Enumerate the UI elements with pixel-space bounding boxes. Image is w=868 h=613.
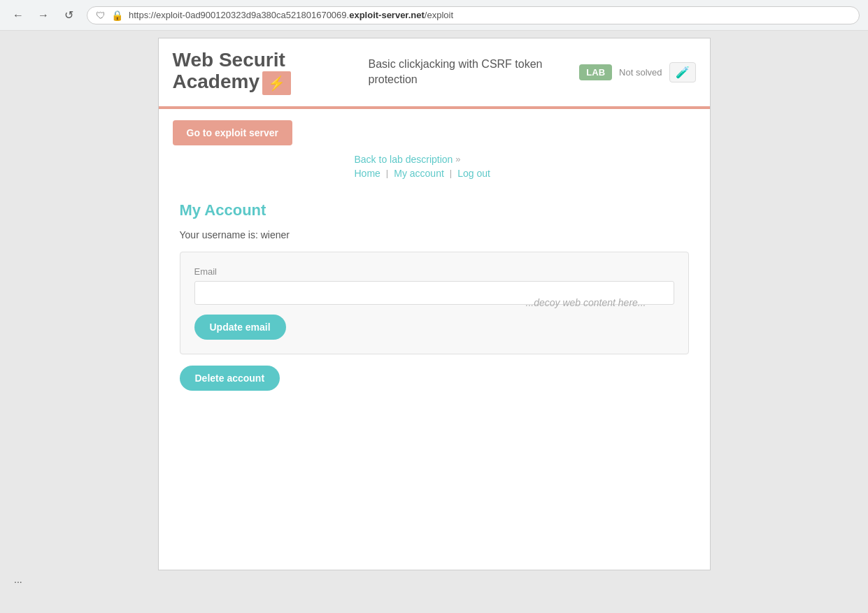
scroll-container[interactable]: Web Securit Academy⚡ Basic clickjacking … — [159, 38, 710, 570]
logo-icon: ⚡ — [262, 71, 291, 95]
lab-status: Not solved — [619, 67, 662, 78]
update-email-button[interactable]: Update email — [194, 315, 286, 340]
address-bar[interactable]: 🛡 🔒 https://exploit-0ad900120323d9a380ca… — [87, 6, 860, 24]
logout-link[interactable]: Log out — [457, 168, 490, 179]
browser-bottom-ellipsis: ... — [14, 574, 22, 577]
logo-line2: Academy — [173, 71, 260, 92]
home-link[interactable]: Home — [355, 168, 380, 179]
exploit-server-button[interactable]: Go to exploit server — [173, 120, 292, 145]
lock-icon: 🔒 — [111, 10, 123, 21]
url-prefix: https://exploit-0ad900120323d9a380ca5218… — [129, 10, 349, 20]
page-title: My Account — [180, 201, 689, 219]
page-wrapper: Web Securit Academy⚡ Basic clickjacking … — [158, 38, 711, 570]
top-nav: Home | My account | Log out — [355, 168, 696, 179]
shield-icon: 🛡 — [96, 10, 106, 21]
lab-title: Basic clickjacking with CSRF token prote… — [369, 57, 580, 88]
back-to-lab-link[interactable]: Back to lab description — [355, 154, 696, 165]
my-account-link[interactable]: My account — [394, 168, 444, 179]
email-form-box: Email Update email ...decoy web content … — [180, 252, 689, 354]
logo-text: Web Securit Academy⚡ — [173, 50, 292, 95]
logo-line1: Web Securit — [173, 49, 285, 71]
separator-1: | — [386, 168, 388, 178]
forward-button[interactable]: → — [34, 6, 53, 25]
back-to-lab-anchor[interactable]: Back to lab description — [355, 154, 453, 165]
refresh-button[interactable]: ↺ — [59, 6, 78, 25]
nav-links: Back to lab description Home | My accoun… — [159, 151, 710, 187]
url-text: https://exploit-0ad900120323d9a380ca5218… — [129, 10, 453, 20]
url-suffix: /exploit — [425, 10, 453, 20]
back-button[interactable]: ← — [8, 6, 28, 25]
site-header: Web Securit Academy⚡ Basic clickjacking … — [159, 38, 710, 108]
delete-account-button[interactable]: Delete account — [180, 366, 280, 391]
lab-badge-area: LAB Not solved 🧪 — [579, 62, 695, 82]
separator-2: | — [450, 168, 452, 178]
decoy-text: ...decoy web content here... — [526, 297, 646, 308]
nav-buttons: ← → ↺ — [8, 6, 78, 25]
url-bold: exploit-server.net — [349, 10, 425, 20]
browser-chrome: ← → ↺ 🛡 🔒 https://exploit-0ad900120323d9… — [0, 0, 868, 31]
exploit-bar: Go to exploit server — [159, 109, 710, 151]
email-label: Email — [194, 266, 674, 277]
username-text: Your username is: wiener — [180, 229, 689, 240]
lab-info: Basic clickjacking with CSRF token prote… — [362, 57, 580, 88]
lab-badge: LAB — [579, 64, 612, 80]
main-content: My Account Your username is: wiener Emai… — [159, 187, 710, 405]
lab-flask-button[interactable]: 🧪 — [669, 62, 696, 82]
logo-area: Web Securit Academy⚡ — [173, 50, 362, 95]
